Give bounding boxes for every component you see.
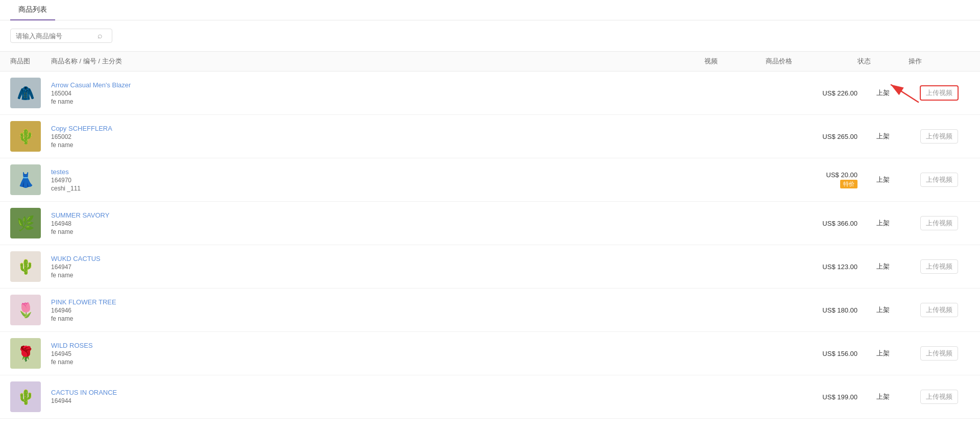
action-col: 上传视频 xyxy=(909,216,970,230)
table-header: 商品图 商品名称 / 编号 / 主分类 视频 商品价格 状态 操作 xyxy=(0,51,980,71)
table-row: 👗 testes 164970 ceshi _111 US$ 20.00特价 上… xyxy=(0,158,980,202)
header-price: 商品价格 xyxy=(766,57,857,66)
product-category: fe name xyxy=(51,228,704,235)
product-price-value: US$ 199.00 xyxy=(822,393,857,401)
status-text: 上架 xyxy=(876,305,890,315)
product-name[interactable]: WUKD CACTUS xyxy=(51,255,704,262)
upload-video-button[interactable]: 上传视频 xyxy=(920,259,958,274)
table-row: 🌹 WILD ROSES 164945 fe name US$ 156.00 上… xyxy=(0,332,980,375)
product-image: 🌵 xyxy=(10,381,41,412)
product-image: 🧥 xyxy=(10,78,41,108)
status-col: 上架 xyxy=(857,175,909,184)
product-image: 🌷 xyxy=(10,295,41,325)
product-category: fe name xyxy=(51,315,704,322)
product-info: Arrow Casual Men's Blazer 165004 fe name xyxy=(51,81,704,105)
price-col: US$ 20.00特价 xyxy=(766,171,857,188)
status-col: 上架 xyxy=(857,262,909,271)
action-col: 上传视频 xyxy=(909,346,970,361)
product-price-value: US$ 156.00 xyxy=(822,350,857,357)
status-text: 上架 xyxy=(876,132,890,141)
status-text: 上架 xyxy=(876,219,890,228)
status-col: 上架 xyxy=(857,305,909,315)
upload-video-button[interactable]: 上传视频 xyxy=(920,173,958,187)
special-tag: 特价 xyxy=(840,180,857,188)
search-icon[interactable]: ⌕ xyxy=(97,31,103,40)
product-image: 🌵 xyxy=(10,121,41,152)
table-row: 🌵 WUKD CACTUS 164947 fe name US$ 123.00 … xyxy=(0,245,980,289)
price-col: US$ 199.00 xyxy=(766,393,857,401)
top-bar: 商品列表 xyxy=(0,0,980,20)
product-name[interactable]: Arrow Casual Men's Blazer xyxy=(51,81,704,89)
product-code: 164947 xyxy=(51,264,704,271)
product-price-value: US$ 123.00 xyxy=(822,263,857,271)
product-image: 🌿 xyxy=(10,208,41,238)
action-col: 上传视频 xyxy=(909,259,970,274)
product-info: Copy SCHEFFLERA 165002 fe name xyxy=(51,125,704,149)
table-row: 🌵 Copy SCHEFFLERA 165002 fe name US$ 265… xyxy=(0,115,980,158)
product-image: 👗 xyxy=(10,164,41,195)
product-price-value: US$ 366.00 xyxy=(822,220,857,227)
header-name: 商品名称 / 编号 / 主分类 xyxy=(51,57,704,66)
product-info: WUKD CACTUS 164947 fe name xyxy=(51,255,704,279)
search-input-wrapper: ⌕ xyxy=(10,29,112,43)
action-col: 上传视频 xyxy=(909,129,970,143)
header-video: 视频 xyxy=(704,57,766,66)
upload-video-button[interactable]: 上传视频 xyxy=(920,390,958,404)
product-category: fe name xyxy=(51,141,704,149)
status-text: 上架 xyxy=(876,175,890,184)
status-text: 上架 xyxy=(876,349,890,358)
product-name[interactable]: WILD ROSES xyxy=(51,342,704,349)
product-name[interactable]: PINK FLOWER TREE xyxy=(51,298,704,306)
product-name[interactable]: SUMMER SAVORY xyxy=(51,211,704,219)
status-col: 上架 xyxy=(857,88,909,98)
header-action: 操作 xyxy=(909,57,970,66)
status-text: 上架 xyxy=(876,262,890,271)
table-body: 🧥 Arrow Casual Men's Blazer 165004 fe na… xyxy=(0,71,980,419)
product-image: 🌹 xyxy=(10,338,41,369)
status-text: 上架 xyxy=(876,88,890,98)
product-category: ceshi _111 xyxy=(51,185,704,192)
header-status: 状态 xyxy=(857,57,909,66)
table-row: 🌵 CACTUS IN ORANCE 164944 US$ 199.00 上架 … xyxy=(0,375,980,419)
search-bar: ⌕ xyxy=(0,20,980,51)
action-col: 上传视频 xyxy=(909,173,970,187)
product-category: fe name xyxy=(51,272,704,279)
upload-video-button[interactable]: 上传视频 xyxy=(920,85,959,101)
upload-video-button[interactable]: 上传视频 xyxy=(920,216,958,230)
product-code: 164948 xyxy=(51,220,704,227)
price-col: US$ 265.00 xyxy=(766,133,857,140)
search-input[interactable] xyxy=(16,32,97,40)
product-image: 🌵 xyxy=(10,251,41,282)
product-name[interactable]: Copy SCHEFFLERA xyxy=(51,125,704,132)
product-code: 164946 xyxy=(51,307,704,314)
upload-video-button[interactable]: 上传视频 xyxy=(920,346,958,361)
status-col: 上架 xyxy=(857,132,909,141)
product-price-value: US$ 265.00 xyxy=(822,133,857,140)
price-col: US$ 123.00 xyxy=(766,263,857,271)
product-name[interactable]: testes xyxy=(51,168,704,176)
status-text: 上架 xyxy=(876,392,890,401)
product-code: 164970 xyxy=(51,177,704,184)
table-row: 🌿 SUMMER SAVORY 164948 fe name US$ 366.0… xyxy=(0,202,980,245)
product-code: 164944 xyxy=(51,397,704,404)
price-col: US$ 156.00 xyxy=(766,350,857,357)
table-row: 🌷 PINK FLOWER TREE 164946 fe name US$ 18… xyxy=(0,289,980,332)
price-col: US$ 180.00 xyxy=(766,306,857,314)
product-code: 165004 xyxy=(51,90,704,97)
price-col: US$ 366.00 xyxy=(766,220,857,227)
status-col: 上架 xyxy=(857,219,909,228)
upload-video-button[interactable]: 上传视频 xyxy=(920,303,958,317)
product-name[interactable]: CACTUS IN ORANCE xyxy=(51,389,704,396)
product-category: fe name xyxy=(51,358,704,366)
product-code: 165002 xyxy=(51,133,704,140)
product-info: testes 164970 ceshi _111 xyxy=(51,168,704,192)
header-image: 商品图 xyxy=(10,57,51,66)
product-price-value: US$ 180.00 xyxy=(822,306,857,314)
action-col: 上传视频 xyxy=(909,303,970,317)
product-price-value: US$ 226.00 xyxy=(822,89,857,97)
tab-product-list[interactable]: 商品列表 xyxy=(10,0,55,20)
price-col: US$ 226.00 xyxy=(766,89,857,97)
action-col: 上传视频 xyxy=(909,85,970,101)
upload-video-button[interactable]: 上传视频 xyxy=(920,129,958,143)
product-category: fe name xyxy=(51,98,704,105)
